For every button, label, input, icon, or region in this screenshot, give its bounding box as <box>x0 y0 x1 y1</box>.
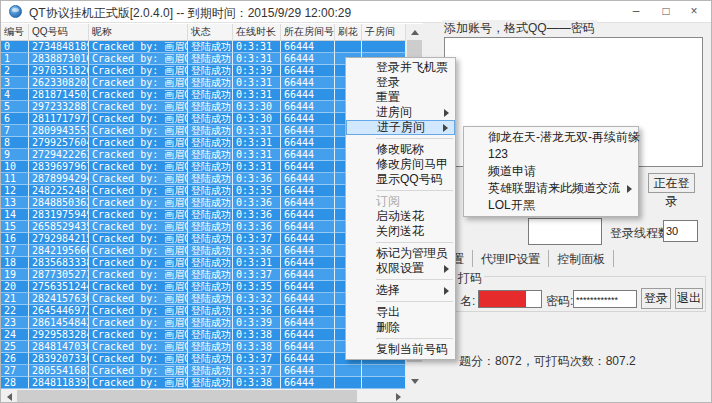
context-menu-item[interactable]: 导出 <box>346 305 455 320</box>
context-menu-item[interactable]: 关闭送花 <box>346 224 455 239</box>
tab-2[interactable]: 控制面板 <box>549 250 614 267</box>
column-header-2[interactable]: 昵称 <box>89 24 188 41</box>
cell-status: 登陆成功 <box>188 125 233 137</box>
cell-room: 66444 <box>281 89 335 101</box>
cell-qq: 2877305273 <box>29 269 89 281</box>
cell-id: 18 <box>1 257 29 269</box>
column-header-1[interactable]: QQ号码 <box>29 24 89 41</box>
context-menu-item[interactable]: 进房间 <box>346 105 455 120</box>
submenu-arrow-icon <box>444 265 449 273</box>
scroll-up-button[interactable] <box>406 24 423 40</box>
window-title: QT协议挂机正式版[2.0.4.0] -- 到期时间：2015/9/29 12:… <box>29 5 351 22</box>
logging-in-button[interactable]: 正在登录 <box>648 173 695 193</box>
submenu-item[interactable]: 御龙在天-潜龙无双-再续前缘 <box>464 129 638 146</box>
cell-qq: 2970351826 <box>29 65 89 77</box>
cell-id: 11 <box>1 173 29 185</box>
column-header-7[interactable]: 子房间 <box>362 24 406 41</box>
cell-status: 登陆成功 <box>188 161 233 173</box>
context-menu-item[interactable]: 修改房间马甲 <box>346 157 455 172</box>
cell-room: 66444 <box>281 377 335 389</box>
column-header-0[interactable]: 编号 <box>1 24 29 41</box>
context-menu-item[interactable]: 删除 <box>346 320 455 335</box>
cell-qq: 2734848189 <box>29 41 89 53</box>
cell-flower <box>335 365 362 377</box>
context-menu-item[interactable]: 标记为管理员 <box>346 246 455 261</box>
scroll-up-icon <box>411 30 419 35</box>
cell-status: 登陆成功 <box>188 113 233 125</box>
scroll-right-button[interactable] <box>390 389 406 403</box>
cell-room: 66444 <box>281 281 335 293</box>
cell-status: 登陆成功 <box>188 317 233 329</box>
captcha-password-input[interactable] <box>573 290 637 308</box>
cell-room: 66444 <box>281 113 335 125</box>
scroll-left-icon <box>7 393 12 401</box>
cell-status: 登陆成功 <box>188 329 233 341</box>
context-menu-item[interactable]: 登录并飞机票 <box>346 60 455 75</box>
submenu-item[interactable]: 123 <box>464 146 638 163</box>
captcha-login-button[interactable]: 登录 <box>641 288 671 309</box>
context-menu-item[interactable]: 显示QQ号码 <box>346 172 455 187</box>
cell-time: 0:3:37 <box>233 365 281 377</box>
captcha-exit-button[interactable]: 退出 <box>675 288 703 309</box>
maximize-button[interactable]: □ <box>653 1 679 22</box>
cell-status: 登陆成功 <box>188 221 233 233</box>
cell-time: 0:3:31 <box>233 137 281 149</box>
column-header-4[interactable]: 在线时长 <box>233 24 281 41</box>
cell-time: 0:3:36 <box>233 173 281 185</box>
context-menu-item[interactable]: 权限设置 <box>346 261 455 276</box>
cell-room: 66444 <box>281 329 335 341</box>
cell-status: 登陆成功 <box>188 77 233 89</box>
column-header-5[interactable]: 所在房间号 <box>281 24 335 41</box>
cell-status: 登陆成功 <box>188 149 233 161</box>
cell-nickname: Cracked by: 画眉GG <box>89 173 188 185</box>
tab-1[interactable]: 代理IP设置 <box>473 250 549 267</box>
cell-id: 8 <box>1 137 29 149</box>
scroll-left-button[interactable] <box>1 389 17 403</box>
cell-status: 登陆成功 <box>188 269 233 281</box>
cell-nickname: Cracked by: 画眉GG <box>89 161 188 173</box>
cell-id: 28 <box>1 377 29 389</box>
cell-room: 66444 <box>281 233 335 245</box>
cell-id: 1 <box>1 53 29 65</box>
cell-id: 4 <box>1 89 29 101</box>
context-menu-item[interactable]: 重置 <box>346 90 455 105</box>
column-header-6[interactable]: 刷花 <box>335 24 362 41</box>
table-row[interactable]: 282848118393Cracked by: 画眉GG登陆成功0:3:3866… <box>1 377 406 389</box>
context-menu-item[interactable]: 启动送花 <box>346 209 455 224</box>
table-row[interactable]: 02734848189Cracked by: 画眉GG登陆成功0:3:31664… <box>1 41 406 53</box>
cell-nickname: Cracked by: 画眉GG <box>89 305 188 317</box>
room-number-input[interactable] <box>528 218 602 245</box>
cell-room: 66444 <box>281 365 335 377</box>
table-row[interactable]: 272805541683Cracked by: 画眉GG登陆成功0:3:3766… <box>1 365 406 377</box>
thread-count-input[interactable] <box>663 220 698 242</box>
horizontal-scrollbar[interactable] <box>1 389 406 403</box>
captcha-username-field[interactable] <box>478 290 542 308</box>
cell-nickname: Cracked by: 画眉GG <box>89 101 188 113</box>
context-menu-item[interactable]: 进子房间 <box>346 120 455 135</box>
cell-status: 登陆成功 <box>188 293 233 305</box>
scroll-down-button[interactable] <box>406 373 423 389</box>
context-menu-item[interactable]: 修改昵称 <box>346 142 455 157</box>
column-header-3[interactable]: 状态 <box>188 24 233 41</box>
submenu-item[interactable]: 频道申请 <box>464 163 638 180</box>
horizontal-scroll-thumb[interactable] <box>17 390 357 403</box>
minimize-button[interactable]: – <box>623 1 649 22</box>
cell-nickname: Cracked by: 画眉GG <box>89 89 188 101</box>
context-menu-item[interactable]: 选择 <box>346 283 455 298</box>
cell-nickname: Cracked by: 画眉GG <box>89 317 188 329</box>
submenu-item[interactable]: LOL开黑 <box>464 197 638 214</box>
scroll-right-icon <box>396 393 401 401</box>
cell-nickname: Cracked by: 画眉GG <box>89 41 188 53</box>
context-menu-item[interactable]: 复制当前号码 <box>346 342 455 357</box>
menu-separator <box>376 279 453 280</box>
close-button[interactable]: × <box>681 1 707 22</box>
cell-nickname: Cracked by: 画眉GG <box>89 125 188 137</box>
cell-subroom <box>362 365 406 377</box>
context-menu-item[interactable]: 订阅 <box>346 194 455 209</box>
cell-id: 9 <box>1 149 29 161</box>
context-menu-item[interactable]: 登录 <box>346 75 455 90</box>
submenu-item[interactable]: 英雄联盟请来此频道交流 <box>464 180 638 197</box>
menu-separator <box>376 301 453 302</box>
cell-time: 0:3:37 <box>233 353 281 365</box>
context-menu: 登录并飞机票登录重置进房间进子房间修改昵称修改房间马甲显示QQ号码订阅启动送花关… <box>345 57 456 360</box>
